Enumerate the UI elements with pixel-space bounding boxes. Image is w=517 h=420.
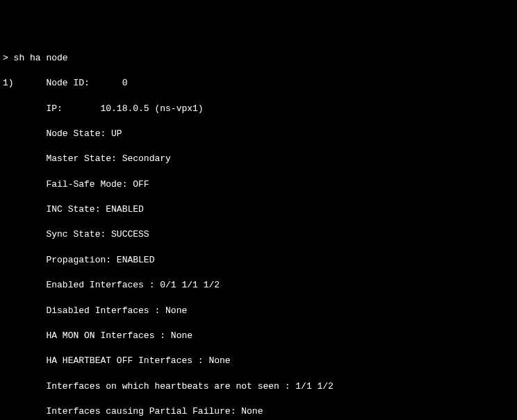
node1-enabled-if: Enabled Interfaces : 0/1 1/1 1/2 [46, 280, 220, 290]
command-text: sh ha node [14, 53, 68, 63]
node1-state-line: Node State: UP [3, 128, 514, 140]
node1-partial: Interfaces causing Partial Failure: None [46, 406, 263, 417]
node1-notseen-line: Interfaces on which heartbeats are not s… [3, 380, 514, 393]
node1-master: Master State: Secondary [46, 153, 170, 164]
node1-id-label: Node ID: [46, 78, 89, 88]
node1-state: Node State: UP [46, 128, 122, 139]
node1-notseen: Interfaces on which heartbeats are not s… [46, 381, 333, 392]
node1-sync: Sync State: SUCCESS [46, 229, 149, 240]
node1-partial-line: Interfaces causing Partial Failure: None [3, 405, 514, 418]
node1-disabled-if: Disabled Interfaces : None [46, 305, 187, 316]
node1-failsafe-line: Fail-Safe Mode: OFF [3, 178, 514, 191]
node1-failsafe: Fail-Safe Mode: OFF [46, 179, 149, 190]
command-line: > sh ha node [3, 52, 514, 65]
node1-inc-line: INC State: ENABLED [3, 203, 514, 216]
node1-id-line: 1) Node ID: 0 [3, 77, 514, 90]
node1-master-line: Master State: Secondary [3, 153, 514, 165]
node1-hamon: HA MON ON Interfaces : None [46, 330, 192, 341]
node1-prop: Propagation: ENABLED [46, 255, 154, 265]
node1-sync-line: Sync State: SUCCESS [3, 228, 514, 241]
node1-heartbeat-line: HA HEARTBEAT OFF Interfaces : None [3, 355, 514, 367]
node1-enabled-if-line: Enabled Interfaces : 0/1 1/1 1/2 [3, 279, 514, 292]
node1-id-value: 0 [122, 78, 128, 88]
node1-heartbeat: HA HEARTBEAT OFF Interfaces : None [46, 355, 230, 366]
node1-hamon-line: HA MON ON Interfaces : None [3, 330, 514, 342]
node1-prop-line: Propagation: ENABLED [3, 254, 514, 267]
node1-index: 1) [3, 78, 14, 88]
node1-ip-label: IP: [46, 103, 62, 114]
node1-disabled-if-line: Disabled Interfaces : None [3, 305, 514, 317]
node1-ip-line: IP: 10.18.0.5 (ns-vpx1) [3, 103, 514, 115]
node1-inc: INC State: ENABLED [46, 204, 143, 215]
prompt: > [3, 53, 14, 63]
node1-ip-value: 10.18.0.5 (ns-vpx1) [100, 103, 203, 114]
